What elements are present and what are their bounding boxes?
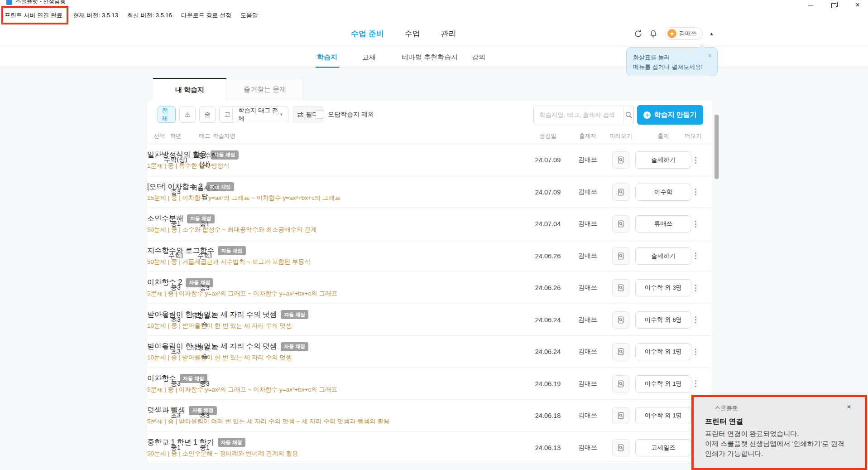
- assign-button[interactable]: 이수학 외 3명: [635, 279, 691, 296]
- notifications-button[interactable]: [646, 26, 661, 41]
- table-row: 수학Ⅰ 수학Ⅰ 지수함수와 로그함수 자동 채점 50문제 | 중 | 거듭제곱…: [147, 240, 713, 272]
- document-preview-icon: [617, 156, 625, 164]
- auto-grading-badge: 자동 채점: [218, 438, 245, 447]
- preview-button[interactable]: [612, 151, 629, 169]
- menu-bar: 프린트 서버 연결 완료 현재 버전: 3.5.13 최신 버전: 3.5.16…: [0, 10, 868, 21]
- menu-item-download-path[interactable]: 다운로드 경로 설정: [181, 11, 231, 19]
- create-worksheet-button[interactable]: + 학습지 만들기: [637, 105, 703, 125]
- nav-class-prep[interactable]: 수업 준비: [351, 29, 384, 39]
- tooltip-line2: 메뉴를 접거나 펼쳐보세요!: [633, 62, 711, 72]
- active-tab-underline: [316, 67, 339, 68]
- menu-item-print-server[interactable]: 프린트 서버 연결 완료: [5, 11, 62, 19]
- subnav-worksheets[interactable]: 학습지: [317, 46, 337, 68]
- user-menu[interactable]: ★ 김매쓰: [665, 27, 703, 40]
- worksheet-rows: 수학(상) 고등수학 (상) 일차방정식의 활용 자동 채점 1문제 | 중 |…: [147, 144, 713, 463]
- close-button[interactable]: ×: [851, 0, 864, 10]
- table-row: 중1 중1 소인수분해 자동 채점 50문제 | 중 | 소수와 합성수 ~ 최…: [147, 208, 713, 240]
- restore-button[interactable]: [827, 0, 841, 10]
- kebab-menu-button[interactable]: [691, 283, 700, 293]
- level-middle-button[interactable]: 중: [199, 107, 216, 123]
- preview-button[interactable]: [612, 375, 629, 392]
- preview-button[interactable]: [612, 247, 629, 265]
- subnav-textbooks[interactable]: 교재: [362, 46, 376, 68]
- subnav-lectures[interactable]: 강의: [472, 46, 485, 68]
- chevron-down-icon: ▼: [279, 112, 283, 117]
- exclude-wrong-answer-label: 오답학습지 제외: [328, 111, 374, 119]
- kebab-menu-button[interactable]: [691, 219, 700, 229]
- assign-button[interactable]: 이수학 외 6명: [635, 311, 691, 329]
- collapse-menu-button[interactable]: ▲: [709, 31, 714, 36]
- worksheet-list-card: 전체 초 중 고 학습지 태그 전체 ▼ 필터 오답학습지 제외: [147, 101, 713, 463]
- document-preview-icon: [617, 444, 625, 452]
- tab-favorite-problems[interactable]: 즐겨찾는 문제: [226, 78, 303, 101]
- col-header-grade: 학년: [162, 128, 189, 144]
- printer-toast: 스쿨플랫 × 프린터 연결 프린터 연결이 완료되었습니다. 이제 스쿨플랫 선…: [694, 397, 865, 468]
- kebab-menu-button[interactable]: [691, 379, 700, 389]
- search-input[interactable]: [534, 106, 623, 124]
- assign-button[interactable]: 이수학 외 1명: [635, 343, 691, 360]
- auto-grading-badge: 자동 채점: [218, 246, 245, 255]
- tag-filter-dropdown[interactable]: 학습지 태그 전체 ▼: [232, 106, 288, 123]
- toast-close-icon[interactable]: ×: [847, 402, 851, 412]
- search-button[interactable]: [623, 106, 633, 124]
- row-tag: 유형별 학습: [189, 336, 221, 368]
- level-all-button[interactable]: 전체: [158, 107, 176, 123]
- nav-class[interactable]: 수업: [405, 29, 420, 39]
- kebab-menu-button[interactable]: [691, 155, 700, 165]
- kebab-menu-button[interactable]: [691, 347, 700, 357]
- preview-button[interactable]: [612, 439, 629, 456]
- refresh-button[interactable]: [630, 26, 646, 41]
- exclude-wrong-answer-checkbox[interactable]: [316, 110, 324, 119]
- menu-item-help[interactable]: 도움말: [240, 11, 258, 19]
- kebab-icon: [695, 221, 696, 222]
- filter-row: 전체 초 중 고 학습지 태그 전체 ▼ 필터 오답학습지 제외: [147, 101, 713, 128]
- preview-button[interactable]: [612, 215, 629, 233]
- row-author: 김매쓰: [570, 304, 606, 336]
- kebab-icon: [695, 285, 696, 286]
- menu-item-latest-version: 최신 버전: 3.5.16: [127, 11, 172, 19]
- minimize-button[interactable]: [804, 0, 817, 10]
- window-title: 스쿨플랫 - 선생님용: [15, 0, 66, 5]
- row-grade: 초3: [158, 336, 193, 368]
- assign-button[interactable]: 이수학 외 1명: [635, 375, 691, 392]
- assign-button[interactable]: 고세일즈: [635, 439, 691, 456]
- preview-button[interactable]: [612, 184, 629, 201]
- row-grade: 초3: [158, 400, 193, 432]
- nav-manage[interactable]: 관리: [441, 29, 456, 39]
- scrollbar-thumb[interactable]: [715, 115, 719, 179]
- tooltip-close-icon[interactable]: ×: [708, 52, 712, 59]
- filter-divider: [228, 109, 228, 121]
- row-tag: 중1: [189, 432, 221, 464]
- assign-button[interactable]: 이수학: [635, 184, 691, 201]
- preview-button[interactable]: [612, 279, 629, 296]
- kebab-menu-button[interactable]: [691, 187, 700, 197]
- refresh-icon: [634, 29, 643, 38]
- row-created-date: 24.07.04: [528, 208, 568, 240]
- preview-button[interactable]: [612, 311, 629, 329]
- col-header-assign: 출제: [643, 128, 684, 144]
- kebab-menu-button[interactable]: [691, 251, 700, 261]
- header-icons: ★ 김매쓰 ▲: [630, 21, 868, 46]
- kebab-menu-button[interactable]: [691, 315, 700, 325]
- subnav-themed-worksheets[interactable]: 테마별 추천학습지: [402, 46, 458, 68]
- col-header-title: 학습지명: [213, 128, 267, 144]
- document-preview-icon: [617, 348, 625, 356]
- toast-body-line1: 프린터 연결이 완료되었습니다.: [705, 429, 854, 439]
- preview-button[interactable]: [612, 343, 629, 360]
- tab-my-worksheets[interactable]: 내 학습지: [153, 78, 226, 101]
- assign-button[interactable]: 출제하기: [635, 247, 691, 265]
- table-row: 초3 유형별 학습 받아올림이 한 번 있는 세 자리 수의 덧셈 자동 채점 …: [147, 304, 713, 336]
- row-created-date: 24.06.26: [528, 240, 568, 272]
- school-level-filter: 전체 초 중 고: [158, 107, 235, 123]
- row-grade: 중3: [158, 272, 193, 304]
- assign-button[interactable]: 류매쓰: [635, 215, 691, 233]
- star-icon: ★: [670, 31, 674, 37]
- preview-button[interactable]: [612, 407, 629, 424]
- tag-filter-value: 학습지 태그 전체: [238, 107, 279, 123]
- auto-grading-badge: 자동 채점: [281, 342, 308, 351]
- assign-button[interactable]: 출제하기: [635, 151, 691, 169]
- level-elementary-button[interactable]: 초: [179, 107, 196, 123]
- row-created-date: 24.06.18: [528, 400, 568, 432]
- assign-button[interactable]: 이수학 외 1명: [635, 407, 691, 424]
- kebab-icon: [695, 349, 696, 350]
